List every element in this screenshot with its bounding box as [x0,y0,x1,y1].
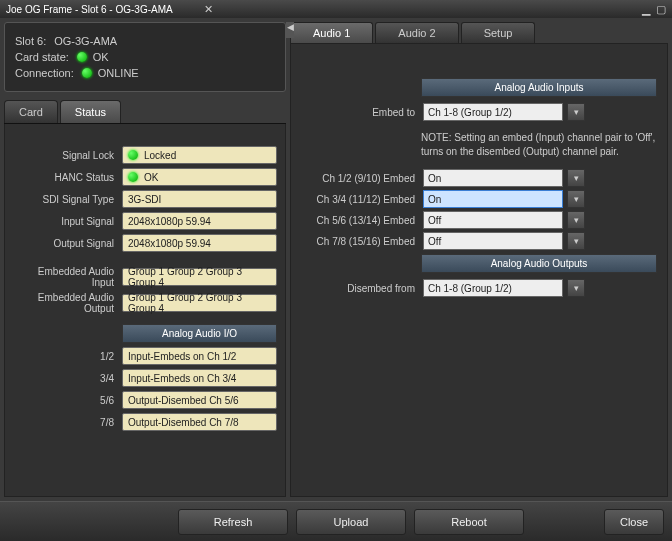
maximize-icon[interactable]: ▢ [656,3,666,16]
embed-to-select[interactable]: Ch 1-8 (Group 1/2) [423,103,563,121]
tab-close-icon[interactable]: ✕ [204,3,213,16]
minimize-icon[interactable]: ▁ [642,3,650,16]
status-grid: Signal Lock Locked HANC Status OK SDI Si… [13,136,277,431]
slot-value: OG-3G-AMA [54,35,117,47]
ch-embed-select[interactable]: On [423,190,563,208]
aio-row-label: 7/8 [13,417,118,428]
disembed-from-row: Disembed from Ch 1-8 (Group 1/2) ▾ [301,279,657,297]
output-signal-label: Output Signal [13,238,118,249]
audio1-panel: Analog Audio Inputs Embed to Ch 1-8 (Gro… [290,43,668,497]
emb-in-value: Group 1 Group 2 Group 3 Group 4 [122,268,277,286]
analog-audio-io-header: Analog Audio I/O [122,324,277,343]
chevron-down-icon[interactable]: ▾ [567,103,585,121]
tab-card[interactable]: Card [4,100,58,123]
connection-label: Connection: [15,67,74,79]
aio-row-value: Input-Embeds on Ch 1/2 [122,347,277,365]
ch-embed-label: Ch 3/4 (11/12) Embed [301,194,419,205]
disembed-select[interactable]: Ch 1-8 (Group 1/2) [423,279,563,297]
content: Slot 6: OG-3G-AMA Card state: OK Connect… [0,18,672,501]
analog-outputs-header: Analog Audio Outputs [421,254,657,273]
footer: Refresh Upload Reboot Close [0,501,672,541]
hanc-label: HANC Status [13,172,118,183]
signal-lock-label: Signal Lock [13,150,118,161]
right-panel: ◀ Audio 1 Audio 2 Setup Analog Audio Inp… [290,22,668,497]
connection-value: ONLINE [98,67,139,79]
aio-row-value: Output-Disembed Ch 7/8 [122,413,277,431]
embed-to-label: Embed to [301,107,419,118]
window-title: Joe OG Frame - Slot 6 - OG-3G-AMA [6,4,173,15]
chevron-down-icon[interactable]: ▾ [567,190,585,208]
collapse-toggle-icon[interactable]: ◀ [286,22,294,38]
card-state-value: OK [93,51,109,63]
status-led-icon [82,68,92,78]
emb-in-label: Embedded Audio Input [13,266,118,288]
left-tabs: Card Status [4,100,286,124]
status-panel: Signal Lock Locked HANC Status OK SDI Si… [4,124,286,497]
aio-row-label: 1/2 [13,351,118,362]
chevron-down-icon[interactable]: ▾ [567,232,585,250]
ch-embed-row: Ch 7/8 (15/16) Embed Off ▾ [301,232,657,250]
ch-embed-row: Ch 3/4 (11/12) Embed On ▾ [301,190,657,208]
ch-embed-label: Ch 1/2 (9/10) Embed [301,173,419,184]
input-signal-label: Input Signal [13,216,118,227]
status-led-icon [77,52,87,62]
slot-label: Slot 6: [15,35,46,47]
status-led-icon [128,172,138,182]
ch-embed-select[interactable]: Off [423,211,563,229]
input-signal-value: 2048x1080p 59.94 [122,212,277,230]
sdi-label: SDI Signal Type [13,194,118,205]
embed-to-row: Embed to Ch 1-8 (Group 1/2) ▾ [301,103,657,121]
ch-embed-row: Ch 5/6 (13/14) Embed Off ▾ [301,211,657,229]
status-led-icon [128,150,138,160]
emb-out-label: Embedded Audio Output [13,292,118,314]
app-window: Joe OG Frame - Slot 6 - OG-3G-AMA ✕ ▁ ▢ … [0,0,672,541]
output-signal-value: 2048x1080p 59.94 [122,234,277,252]
ch-embed-label: Ch 5/6 (13/14) Embed [301,215,419,226]
tab-setup[interactable]: Setup [461,22,536,43]
chevron-down-icon[interactable]: ▾ [567,169,585,187]
window-controls: ▁ ▢ [642,3,666,16]
analog-inputs-header: Analog Audio Inputs [421,78,657,97]
card-info-box: Slot 6: OG-3G-AMA Card state: OK Connect… [4,22,286,92]
sdi-value: 3G-SDI [122,190,277,208]
aio-row-value: Output-Disembed Ch 5/6 [122,391,277,409]
reboot-button[interactable]: Reboot [414,509,524,535]
tab-audio1[interactable]: Audio 1 [290,22,373,43]
left-panel: Slot 6: OG-3G-AMA Card state: OK Connect… [4,22,286,497]
close-button[interactable]: Close [604,509,664,535]
refresh-button[interactable]: Refresh [178,509,288,535]
upload-button[interactable]: Upload [296,509,406,535]
right-tabs: Audio 1 Audio 2 Setup [290,22,668,43]
aio-row-value: Input-Embeds on Ch 3/4 [122,369,277,387]
tab-status[interactable]: Status [60,100,121,123]
aio-row-label: 3/4 [13,373,118,384]
aio-row-label: 5/6 [13,395,118,406]
note-text: NOTE: Setting an embed (Input) channel p… [421,131,657,159]
ch-embed-label: Ch 7/8 (15/16) Embed [301,236,419,247]
ch-embed-row: Ch 1/2 (9/10) Embed On ▾ [301,169,657,187]
card-state-label: Card state: [15,51,69,63]
hanc-value: OK [122,168,277,186]
ch-embed-select[interactable]: Off [423,232,563,250]
disembed-label: Disembed from [301,283,419,294]
ch-embed-select[interactable]: On [423,169,563,187]
tab-audio2[interactable]: Audio 2 [375,22,458,43]
chevron-down-icon[interactable]: ▾ [567,279,585,297]
titlebar: Joe OG Frame - Slot 6 - OG-3G-AMA ✕ ▁ ▢ [0,0,672,18]
signal-lock-value: Locked [122,146,277,164]
chevron-down-icon[interactable]: ▾ [567,211,585,229]
emb-out-value: Group 1 Group 2 Group 3 Group 4 [122,294,277,312]
